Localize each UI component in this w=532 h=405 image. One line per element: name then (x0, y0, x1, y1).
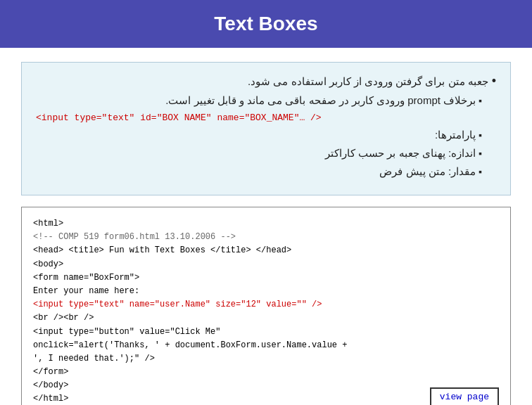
top-box: جعبه متن برای گرفتن ورودی از کاربر استفا… (21, 62, 511, 195)
code-line-3: <head> <title> Fun with Text Boxes </tit… (33, 244, 499, 257)
bullet-item-2: برخلاف prompt ورودی کاربر در صفحه باقی م… (36, 94, 482, 107)
code-line-9: <input type="button" value="Click Me" (33, 326, 499, 339)
input-example: <input type="text" id="BOX NAME" name="B… (36, 112, 496, 123)
code-line-11: ', I needed that.');" /> (33, 352, 499, 366)
code-line-10: onclick="alert('Thanks, ' + document.Box… (33, 339, 499, 352)
bullet-item-1: جعبه متن برای گرفتن ورودی از کاربر استفا… (36, 74, 496, 89)
bullet-list: جعبه متن برای گرفتن ورودی از کاربر استفا… (36, 74, 496, 107)
code-comment: <!-- COMP 519 form06.html 13.10.2006 --> (33, 232, 236, 242)
code-line-4: <body> (33, 258, 499, 271)
page-title: Text Boxes (0, 0, 532, 48)
code-line-14: </html> (33, 392, 499, 405)
code-highlight: <input type="text" name="user.Name" size… (33, 300, 322, 309)
main-content: جعبه متن برای گرفتن ورودی از کاربر استفا… (0, 48, 532, 405)
view-page-button[interactable]: view page (430, 387, 499, 405)
param-size: اندازه: پهنای جعبه بر حسب کاراکتر (36, 147, 482, 160)
code-line-2: <!-- COMP 519 form06.html 13.10.2006 --> (33, 231, 499, 244)
code-line-5: <form name="BoxForm"> (33, 271, 499, 285)
code-box: <html> <!-- COMP 519 form06.html 13.10.2… (21, 207, 511, 405)
code-line-7: <input type="text" name="user.Name" size… (33, 298, 499, 311)
code-line-8: <br /><br /> (33, 311, 499, 325)
code-line-12: </form> (33, 366, 499, 379)
param-value: مقدار: متن پیش فرض (36, 165, 482, 178)
params-list: پارامترها: اندازه: پهنای جعبه بر حسب کار… (36, 129, 496, 178)
code-line-6: Enter your name here: (33, 285, 499, 298)
code-line-13: </body> (33, 379, 499, 392)
params-label: پارامترها: (36, 129, 482, 141)
header: Text Boxes (0, 0, 532, 48)
code-line-1: <html> (33, 217, 499, 231)
